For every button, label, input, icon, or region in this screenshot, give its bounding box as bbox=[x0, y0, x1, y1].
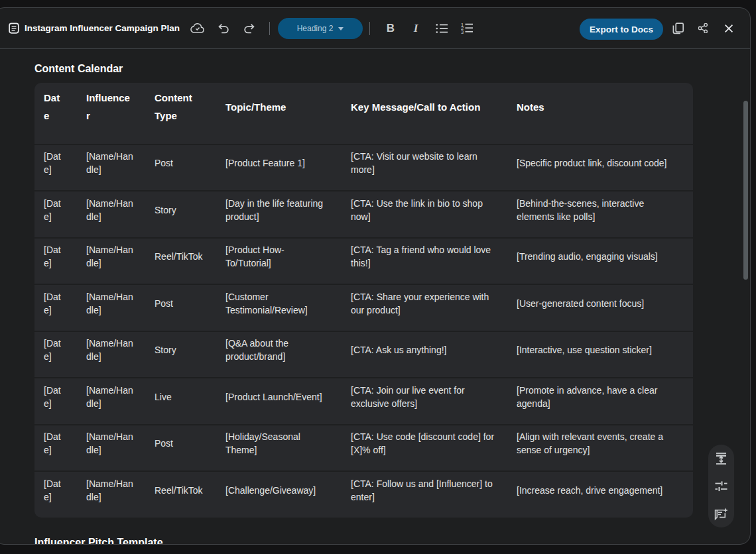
svg-text:3: 3 bbox=[461, 29, 464, 34]
